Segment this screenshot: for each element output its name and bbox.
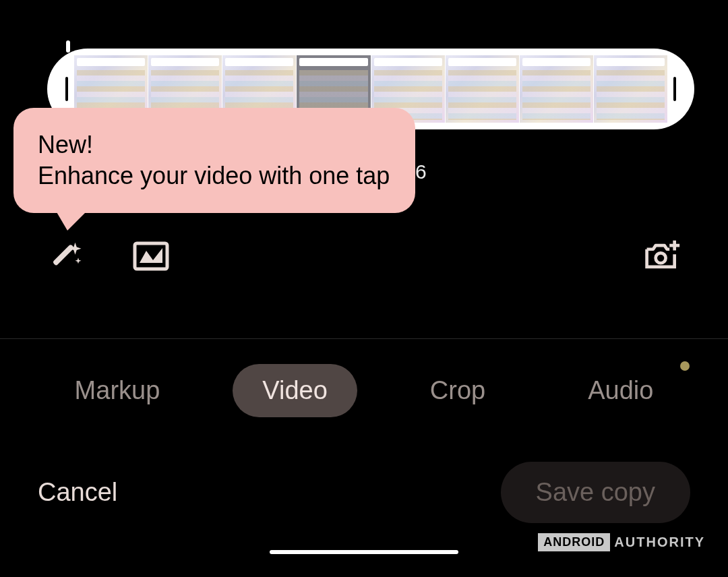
cancel-button[interactable]: Cancel	[38, 478, 117, 507]
magic-wand-icon	[48, 238, 84, 274]
frame-icon	[133, 241, 169, 271]
feature-tooltip[interactable]: New! Enhance your video with one tap	[13, 108, 415, 213]
enhance-button[interactable]	[47, 237, 85, 275]
tooltip-tail	[54, 208, 90, 231]
watermark-text: AUTHORITY	[614, 535, 705, 550]
tab-video[interactable]: Video	[233, 364, 357, 417]
tooltip-title: New!	[38, 131, 391, 159]
home-indicator[interactable]	[270, 550, 458, 554]
timeline-frame	[520, 55, 593, 123]
edit-tabs: Markup Video Crop Audio	[0, 364, 728, 417]
save-copy-button[interactable]: Save copy	[501, 462, 690, 523]
timestamp-partial: 6	[415, 160, 427, 183]
section-divider	[0, 338, 728, 339]
watermark: ANDROID AUTHORITY	[538, 533, 705, 551]
trim-handle-bar	[65, 77, 68, 101]
camera-plus-icon	[643, 238, 681, 274]
svg-point-2	[656, 253, 666, 263]
watermark-box: ANDROID	[538, 533, 610, 551]
tab-crop[interactable]: Crop	[400, 364, 515, 417]
timeline-frame	[594, 55, 667, 123]
trim-handle-bar	[673, 77, 676, 101]
tab-label: Crop	[430, 376, 485, 404]
trim-handle-end[interactable]	[667, 49, 682, 129]
timeline-playhead[interactable]	[66, 40, 70, 53]
tab-label: Video	[262, 376, 328, 404]
action-bar: Cancel Save copy	[0, 462, 728, 523]
edit-toolbar	[0, 236, 728, 276]
tab-markup[interactable]: Markup	[45, 364, 190, 417]
export-frame-button[interactable]	[643, 237, 681, 275]
notification-dot-icon	[680, 361, 690, 371]
tab-audio[interactable]: Audio	[558, 364, 683, 417]
tooltip-body: Enhance your video with one tap	[38, 162, 391, 190]
timeline-frame	[446, 55, 519, 123]
tab-label: Markup	[75, 376, 160, 404]
stabilize-button[interactable]	[132, 237, 170, 275]
tab-label: Audio	[588, 376, 653, 404]
svg-rect-0	[53, 244, 75, 266]
